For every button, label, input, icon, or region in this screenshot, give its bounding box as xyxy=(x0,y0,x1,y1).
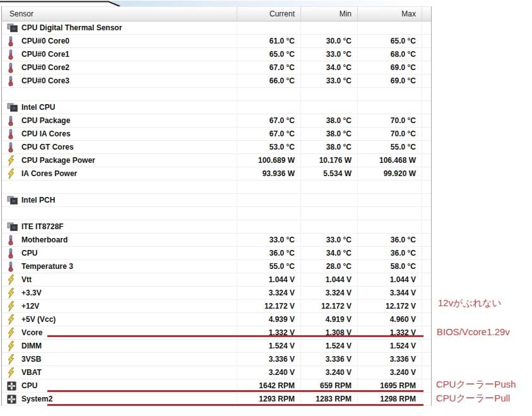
sensor-row[interactable]: +3.3V3.324 V3.324 V3.344 V xyxy=(2,287,431,300)
sensor-row[interactable]: VBAT3.240 V3.240 V3.240 V xyxy=(2,366,431,379)
sensor-cell: CPU Package xyxy=(2,114,237,127)
min-value: 1.044 V xyxy=(300,273,357,286)
sensor-row[interactable]: CPU#0 Core267.0 °C34.0 °C69.0 °C xyxy=(2,61,431,74)
sensor-label: Vcore xyxy=(21,328,42,337)
sensor-row[interactable]: 3VSB3.336 V3.336 V3.336 V xyxy=(2,353,431,366)
sensor-label: CPU Package Power xyxy=(21,156,95,165)
min-value xyxy=(300,101,357,114)
sensor-row[interactable]: Motherboard33.0 °C33.0 °C36.0 °C xyxy=(2,234,431,247)
sensor-row[interactable]: IA Cores Power93.936 W5.534 W99.920 W xyxy=(2,167,431,181)
empty-cell xyxy=(422,234,431,246)
annotation-12v: 12vがぶれない xyxy=(438,297,502,309)
sensor-label: CPU#0 Core2 xyxy=(21,63,69,72)
sensor-cell: Motherboard xyxy=(2,234,237,246)
sensor-cell xyxy=(2,181,237,193)
empty-cell xyxy=(422,326,431,339)
sensor-row[interactable]: CPU#0 Core366.0 °C33.0 °C69.0 °C xyxy=(2,74,431,88)
sensor-group-row[interactable]: Intel PCH xyxy=(2,194,431,207)
annotation-vcore-bios: BIOS/Vcore1.29v xyxy=(437,326,510,338)
sensor-cell: +12V xyxy=(2,300,237,312)
current-value: 3.336 V xyxy=(237,353,300,365)
max-value: 1.332 V xyxy=(357,326,422,339)
sensor-label: CPU Digital Thermal Sensor xyxy=(21,23,122,32)
empty-cell xyxy=(422,21,431,34)
empty-cell xyxy=(422,366,431,379)
current-value: 66.0 °C xyxy=(237,74,300,87)
column-header-max[interactable]: Max xyxy=(357,7,422,21)
sensor-cell: +3.3V xyxy=(2,287,237,299)
current-value: 36.0 °C xyxy=(237,247,300,259)
spacer-row xyxy=(2,207,431,220)
sensor-row[interactable]: CPU36.0 °C34.0 °C36.0 °C xyxy=(2,247,431,260)
min-value: 5.534 W xyxy=(300,167,357,180)
empty-cell xyxy=(422,88,431,100)
current-value: 3.324 V xyxy=(237,287,300,299)
lightning-icon xyxy=(7,155,21,166)
current-value: 1293 RPM xyxy=(237,393,300,405)
min-value: 3.336 V xyxy=(300,353,357,365)
sensor-row[interactable]: CPU IA Cores67.0 °C38.0 °C70.0 °C xyxy=(2,128,431,141)
min-value xyxy=(300,88,357,100)
sensor-row[interactable]: +12V12.172 V12.172 V12.172 V xyxy=(2,300,431,313)
current-value: 67.0 °C xyxy=(237,61,300,74)
min-value xyxy=(300,21,357,34)
column-header-min[interactable]: Min xyxy=(300,7,357,21)
current-value: 61.0 °C xyxy=(237,35,300,47)
sensor-cell: CPU Digital Thermal Sensor xyxy=(2,21,237,34)
sensor-label: CPU#0 Core0 xyxy=(21,37,69,45)
sensor-label: CPU#0 Core3 xyxy=(21,76,69,85)
empty-cell xyxy=(422,74,431,87)
max-value xyxy=(357,207,422,220)
sensor-group-row[interactable]: CPU Digital Thermal Sensor xyxy=(2,21,431,35)
sensor-cell: ITE IT8728F xyxy=(2,220,237,233)
column-header-current[interactable]: Current xyxy=(237,7,300,21)
system2-box-top-line xyxy=(47,390,423,392)
sensor-row[interactable]: +5V (Vcc)4.939 V4.919 V4.960 V xyxy=(2,313,431,326)
sensor-group-row[interactable]: Intel CPU xyxy=(2,101,431,114)
max-value: 65.0 °C xyxy=(357,35,422,47)
sensor-row[interactable]: Vtt1.044 V1.044 V1.044 V xyxy=(2,273,431,287)
min-value xyxy=(300,220,357,233)
current-value: 53.0 °C xyxy=(237,141,300,153)
column-header-sensor[interactable]: Sensor xyxy=(2,7,237,21)
sensor-group-row[interactable]: ITE IT8728F xyxy=(2,220,431,234)
lightning-icon xyxy=(7,367,21,378)
chip-icon xyxy=(7,23,21,33)
sensor-row[interactable]: DIMM1.524 V1.524 V1.524 V xyxy=(2,340,431,353)
lightning-icon xyxy=(7,354,21,365)
sensor-cell: CPU#0 Core2 xyxy=(2,61,237,74)
min-value: 33.0 °C xyxy=(300,74,357,87)
empty-cell xyxy=(422,220,431,233)
sensor-label: 3VSB xyxy=(21,355,41,364)
current-value xyxy=(237,88,300,100)
current-value: 12.172 V xyxy=(237,300,300,312)
sensor-cell: CPU xyxy=(2,247,237,259)
empty-cell xyxy=(422,154,431,167)
empty-cell xyxy=(422,48,431,61)
sensor-label: VBAT xyxy=(21,368,42,377)
sensor-row[interactable]: CPU#0 Core165.0 °C33.0 °C68.0 °C xyxy=(2,48,431,61)
sensor-label: CPU GT Cores xyxy=(21,143,74,152)
max-value: 3.344 V xyxy=(357,287,422,299)
vcore-underline xyxy=(47,335,423,337)
max-value: 3.336 V xyxy=(357,353,422,365)
current-value xyxy=(237,21,300,34)
thermometer-icon xyxy=(7,49,21,60)
sensor-row[interactable]: Vcore1.332 V1.308 V1.332 V xyxy=(2,326,431,340)
empty-cell xyxy=(422,393,431,405)
sensor-row[interactable]: CPU Package67.0 °C38.0 °C70.0 °C xyxy=(2,114,431,128)
min-value: 12.172 V xyxy=(300,300,357,312)
sensor-row[interactable]: Temperature 355.0 °C28.0 °C58.0 °C xyxy=(2,260,431,273)
sensor-label: CPU Package xyxy=(21,116,70,125)
sensor-row[interactable]: CPU GT Cores53.0 °C38.0 °C55.0 °C xyxy=(2,141,431,154)
sensor-row[interactable]: CPU#0 Core061.0 °C30.0 °C65.0 °C xyxy=(2,35,431,48)
current-value: 3.240 V xyxy=(237,366,300,379)
sensor-cell xyxy=(2,88,237,100)
sensor-cell: System2 xyxy=(2,393,237,405)
table-header: Sensor Current Min Max xyxy=(2,6,431,21)
min-value: 34.0 °C xyxy=(300,247,357,259)
sensor-panel: Sensor Current Min Max CPU Digital Therm… xyxy=(1,6,432,406)
thermometer-icon xyxy=(7,235,21,246)
sensor-cell: CPU Package Power xyxy=(2,154,237,167)
sensor-row[interactable]: CPU Package Power100.689 W10.176 W106.46… xyxy=(2,154,431,167)
